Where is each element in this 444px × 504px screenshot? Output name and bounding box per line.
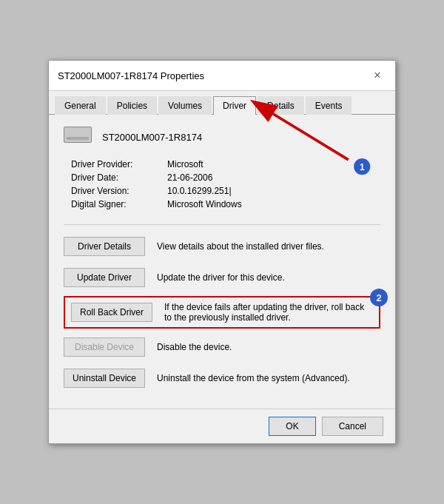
driver-provider-value: Microsoft — [167, 159, 204, 169]
driver-version-row: Driver Version: 10.0.16299.251 — [71, 186, 380, 196]
tab-details[interactable]: Details — [258, 96, 304, 115]
close-button[interactable]: × — [369, 67, 386, 84]
update-driver-row: Update Driver Update the driver for this… — [64, 265, 380, 290]
tab-policies[interactable]: Policies — [107, 96, 157, 115]
uninstall-device-button[interactable]: Uninstall Device — [64, 369, 145, 388]
roll-back-driver-desc: If the device fails after updating the d… — [164, 302, 373, 323]
tab-events[interactable]: Events — [306, 96, 352, 115]
ok-button[interactable]: OK — [269, 417, 315, 436]
dialog-title: ST2000LM007-1R8174 Properties — [58, 70, 204, 81]
uninstall-device-desc: Uninstall the device from the system (Ad… — [157, 373, 380, 383]
disable-device-row: Disable Device Disable the device. — [64, 335, 380, 360]
driver-provider-label: Driver Provider: — [71, 159, 167, 169]
tab-driver[interactable]: Driver — [213, 96, 256, 115]
digital-signer-label: Digital Signer: — [71, 199, 167, 209]
digital-signer-row: Digital Signer: Microsoft Windows — [71, 199, 380, 209]
device-header: ST2000LM007-1R8174 — [64, 127, 380, 147]
roll-back-driver-row: Roll Back Driver If the device fails aft… — [64, 296, 380, 329]
driver-details-desc: View details about the installed driver … — [157, 241, 380, 252]
driver-properties: Driver Provider: Microsoft Driver Date: … — [71, 159, 380, 209]
tab-content: ST2000LM007-1R8174 Driver Provider: Micr… — [49, 115, 395, 409]
update-driver-desc: Update the driver for this device. — [157, 272, 380, 283]
divider — [64, 224, 380, 225]
tab-general[interactable]: General — [55, 96, 106, 115]
properties-dialog: ST2000LM007-1R8174 Properties × General … — [48, 60, 396, 444]
driver-version-label: Driver Version: — [71, 186, 167, 196]
disable-device-button[interactable]: Disable Device — [64, 337, 145, 357]
device-icon-wrapper — [64, 127, 93, 147]
driver-version-value: 10.0.16299.251 — [167, 186, 232, 196]
tab-volumes[interactable]: Volumes — [158, 96, 212, 115]
dialog-footer: OK Cancel — [49, 409, 395, 443]
driver-details-row: Driver Details View details about the in… — [64, 234, 380, 259]
driver-provider-row: Driver Provider: Microsoft — [71, 159, 380, 169]
driver-details-button[interactable]: Driver Details — [64, 237, 145, 256]
driver-date-row: Driver Date: 21-06-2006 — [71, 172, 380, 183]
driver-date-label: Driver Date: — [71, 172, 167, 183]
title-bar: ST2000LM007-1R8174 Properties × — [49, 61, 395, 91]
update-driver-button[interactable]: Update Driver — [64, 268, 145, 287]
roll-back-driver-button[interactable]: Roll Back Driver — [71, 303, 152, 322]
uninstall-device-row: Uninstall Device Uninstall the device fr… — [64, 366, 380, 391]
badge-2: 2 — [370, 289, 388, 306]
digital-signer-value: Microsoft Windows — [167, 199, 242, 209]
disable-device-desc: Disable the device. — [157, 342, 380, 352]
cancel-button[interactable]: Cancel — [322, 417, 383, 436]
tab-bar: General Policies Volumes Driver Details … — [49, 91, 395, 115]
driver-date-value: 21-06-2006 — [167, 172, 212, 183]
device-name: ST2000LM007-1R8174 — [102, 132, 202, 143]
hdd-icon — [64, 127, 92, 143]
